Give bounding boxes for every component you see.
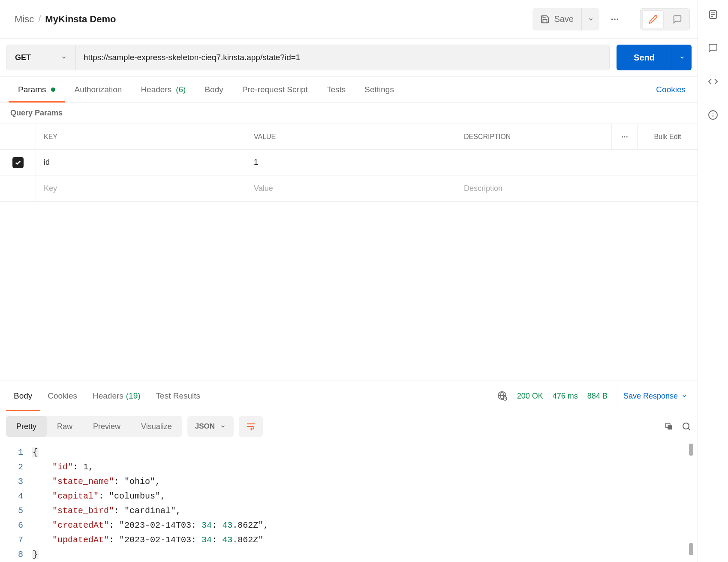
cookies-link[interactable]: Cookies <box>653 85 689 94</box>
column-options-button[interactable] <box>612 124 638 149</box>
save-button[interactable]: Save <box>532 8 581 30</box>
active-dot-icon <box>51 88 55 92</box>
url-input[interactable] <box>76 45 609 70</box>
chevron-down-icon <box>588 16 594 22</box>
breadcrumb-current: MyKinsta Demo <box>45 14 116 25</box>
comments-button[interactable] <box>708 43 718 53</box>
code-snippet-button[interactable] <box>708 76 718 87</box>
header-description: DESCRIPTION <box>456 124 612 149</box>
tab-count: (19) <box>126 391 141 401</box>
svg-point-3 <box>622 136 623 137</box>
bulk-edit-button[interactable]: Bulk Edit <box>638 124 698 149</box>
mode-preview[interactable]: Preview <box>83 416 131 437</box>
tab-response-headers[interactable]: Headers (19) <box>85 381 148 411</box>
right-rail <box>698 0 728 562</box>
svg-point-0 <box>611 18 613 20</box>
tab-settings[interactable]: Settings <box>355 77 403 102</box>
tab-count: (6) <box>176 85 186 94</box>
http-method-select[interactable]: GET <box>6 45 76 70</box>
save-caret-button[interactable] <box>581 8 599 30</box>
send-button[interactable]: Send <box>617 45 672 70</box>
scrollbar-thumb[interactable] <box>689 543 693 555</box>
breadcrumb: Misc / MyKinsta Demo <box>15 14 532 25</box>
param-description-placeholder[interactable]: Description <box>456 175 698 201</box>
breadcrumb-separator: / <box>38 14 41 25</box>
param-value-cell[interactable]: 1 <box>246 150 456 175</box>
more-horizontal-icon <box>621 133 629 141</box>
chevron-down-icon <box>61 54 67 60</box>
tab-test-results[interactable]: Test Results <box>148 381 208 411</box>
edit-mode-button[interactable] <box>642 10 664 28</box>
wrap-lines-button[interactable] <box>239 416 263 437</box>
method-label: GET <box>15 53 31 62</box>
scrollbar-thumb[interactable] <box>689 444 693 456</box>
more-actions-button[interactable] <box>604 8 626 30</box>
format-select[interactable]: JSON <box>187 416 234 437</box>
comment-mode-button[interactable] <box>665 9 689 30</box>
save-icon <box>540 15 550 24</box>
request-row: GET Send <box>0 39 698 77</box>
svg-line-13 <box>688 428 690 430</box>
breadcrumb-parent[interactable]: Misc <box>15 14 34 25</box>
topbar: Misc / MyKinsta Demo Save <box>0 0 698 39</box>
tab-params[interactable]: Params <box>9 77 65 102</box>
request-tabs: Params Authorization Headers (6) Body Pr… <box>0 77 698 103</box>
save-response-button[interactable]: Save Response <box>617 387 687 405</box>
save-label: Save <box>554 14 574 24</box>
param-value-placeholder[interactable]: Value <box>246 175 456 201</box>
tab-response-body[interactable]: Body <box>6 381 40 411</box>
response-view-modes: Pretty Raw Preview Visualize JSON <box>0 411 698 440</box>
response-status: 200 OK <box>517 392 543 401</box>
check-icon <box>15 159 21 166</box>
row-checkbox[interactable] <box>12 157 24 168</box>
save-button-group: Save <box>532 8 599 30</box>
mode-raw[interactable]: Raw <box>47 416 83 437</box>
more-horizontal-icon <box>610 15 620 24</box>
tab-label: Headers <box>93 391 123 401</box>
format-label: JSON <box>195 422 215 431</box>
header-value: VALUE <box>246 124 456 149</box>
query-params-table: KEY VALUE DESCRIPTION Bulk Edit <box>0 124 698 202</box>
send-caret-button[interactable] <box>672 45 692 70</box>
divider <box>633 11 633 28</box>
table-placeholder-row: Key Value Description <box>0 175 698 201</box>
tab-pre-request[interactable]: Pre-request Script <box>233 77 317 102</box>
mode-pretty[interactable]: Pretty <box>6 416 47 437</box>
response-body-viewer[interactable]: 12345678 { "id": 1, "state_name": "ohio"… <box>0 440 698 562</box>
info-button[interactable] <box>708 110 718 120</box>
view-mode-pair <box>640 8 690 30</box>
wrap-icon <box>246 421 256 432</box>
response-time: 476 ms <box>553 392 578 401</box>
param-key-cell[interactable]: id <box>36 150 246 175</box>
header-key: KEY <box>36 124 246 149</box>
svg-point-5 <box>626 136 627 137</box>
tab-body[interactable]: Body <box>195 77 232 102</box>
mode-visualize[interactable]: Visualize <box>131 416 182 437</box>
param-key-placeholder[interactable]: Key <box>36 175 246 201</box>
tab-label: Headers <box>141 85 171 94</box>
response-tabs: Body Cookies Headers (19) Test Results 2… <box>0 381 698 411</box>
code-content: { "id": 1, "state_name": "ohio", "capita… <box>32 445 698 562</box>
chevron-down-icon <box>679 54 685 60</box>
documentation-button[interactable] <box>708 9 718 20</box>
response-panel: Body Cookies Headers (19) Test Results 2… <box>0 381 698 562</box>
search-button[interactable] <box>681 421 692 432</box>
tab-response-cookies[interactable]: Cookies <box>40 381 85 411</box>
globe-icon[interactable] <box>497 391 508 401</box>
pencil-icon <box>648 15 658 24</box>
query-params-title: Query Params <box>0 103 698 124</box>
svg-point-4 <box>624 136 625 137</box>
chevron-down-icon <box>681 393 687 399</box>
comment-icon <box>673 15 682 24</box>
svg-point-1 <box>614 18 616 20</box>
table-header-row: KEY VALUE DESCRIPTION Bulk Edit <box>0 124 698 150</box>
tab-tests[interactable]: Tests <box>317 77 355 102</box>
param-description-cell[interactable] <box>456 150 698 175</box>
svg-point-2 <box>617 18 619 20</box>
response-size: 884 B <box>587 392 608 401</box>
table-row: id 1 <box>0 150 698 175</box>
tab-authorization[interactable]: Authorization <box>65 77 131 102</box>
tab-label: Params <box>18 85 46 94</box>
tab-headers[interactable]: Headers (6) <box>131 77 195 102</box>
copy-button[interactable] <box>664 422 674 431</box>
